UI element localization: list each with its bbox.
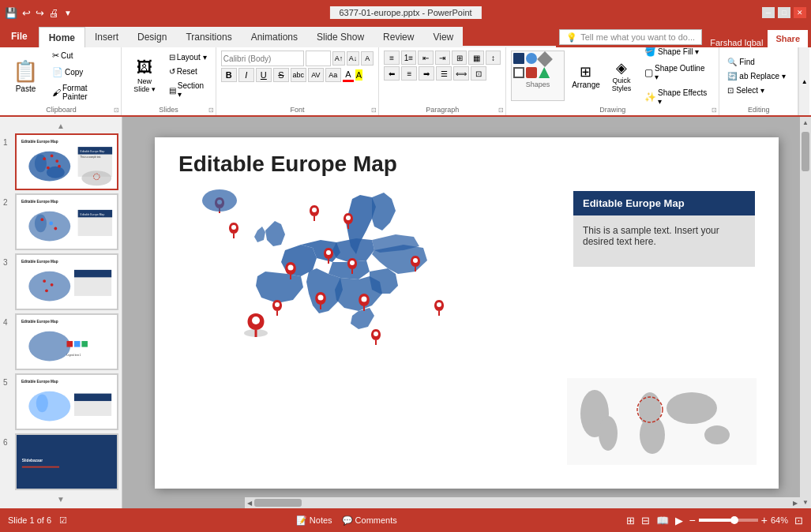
shape-effects-button[interactable]: ✨ Shape Effects ▾ [640,86,714,108]
columns-button[interactable]: ▦ [468,51,483,65]
increase-indent-button[interactable]: ⇥ [435,51,450,65]
slide-canvas[interactable]: Editable Europe Map [155,137,779,489]
font-color-button[interactable]: A [343,69,354,82]
scroll-left-button[interactable]: ◀ [245,497,254,509]
zoom-level-label: 64% [771,515,788,525]
paste-button[interactable]: 📋 Paste [6,51,45,101]
smart-art-button[interactable]: ⊞ [452,51,467,65]
format-painter-button[interactable]: 🖌Format Painter [48,81,116,103]
slides-scroll-down[interactable]: ▼ [3,495,118,504]
select-button[interactable]: ⊡ Select ▾ [724,84,793,96]
section-button[interactable]: ▤ Section ▾ [166,80,211,100]
paragraph-expand-icon[interactable]: ⊡ [498,107,504,114]
grow-font-button[interactable]: A↑ [332,51,345,66]
close-button[interactable]: ✕ [794,7,806,18]
clear-format-button[interactable]: A [361,51,374,66]
notes-button[interactable]: 📝 Notes [296,515,332,526]
slideshow-button[interactable]: ▶ [675,515,683,526]
bold-button[interactable]: B [221,68,237,82]
slides-scroll-up[interactable]: ▲ [3,122,118,130]
bullet-list-button[interactable]: ≡ [384,51,399,65]
char-spacing-button[interactable]: AV [308,68,324,82]
highlight-color-button[interactable]: A [355,69,362,81]
text-dir-button[interactable]: ⟺ [453,66,469,81]
tab-transitions[interactable]: Transitions [176,27,241,47]
zoom-thumb[interactable] [730,516,738,524]
shrink-font-button[interactable]: A↓ [347,51,359,66]
scroll-down-button[interactable]: ▼ [800,496,811,508]
shape-fill-button[interactable]: 🪣 Shape Fill ▾ [640,47,714,59]
layout-button[interactable]: ⊟ Layout ▾ [166,51,211,63]
slides-expand-icon[interactable]: ⊡ [208,107,214,114]
scroll-right-button[interactable]: ▶ [790,497,800,509]
scroll-thumb-horizontal[interactable] [254,499,302,507]
save-icon[interactable]: 💾 [5,7,17,19]
align-left-button[interactable]: ⬅ [384,66,400,81]
align-center-button[interactable]: ≡ [401,66,417,81]
text-align-button[interactable]: ⊡ [471,66,486,81]
slide-thumb-6[interactable]: 6 Slidebazaar [3,433,118,490]
drawing-group: Shapes ⊞ Arrange ◈ QuickStyles 🪣 Shape F… [506,47,719,115]
slide-thumb-1[interactable]: 1 Editable Europe Map [3,133,118,190]
minimize-button[interactable]: ─ [762,7,775,18]
numbered-list-button[interactable]: 1≡ [401,51,416,65]
arrange-button[interactable]: ⊞ Arrange [569,51,603,101]
normal-view-button[interactable]: ⊞ [626,515,635,526]
slide-thumb-2[interactable]: 2 Editable Europe Map Editable Europe Ma… [3,193,118,250]
shape-outline-button[interactable]: ▢ Shape Outline ▾ [640,62,714,84]
find-button[interactable]: 🔍 Find [724,56,793,68]
file-tab[interactable]: File [0,25,39,47]
scroll-up-button[interactable]: ▲ [800,117,811,129]
shapes-palette[interactable]: Shapes [511,51,565,101]
tab-animations[interactable]: Animations [242,27,307,47]
cut-button[interactable]: ✂Cut [48,48,116,63]
tab-review[interactable]: Review [374,27,423,47]
copy-button[interactable]: 📄Copy [48,65,116,80]
scroll-thumb-vertical[interactable] [802,132,809,171]
svg-point-54 [288,264,294,270]
drawing-expand-icon[interactable]: ⊡ [712,107,717,114]
justify-button[interactable]: ☰ [436,66,452,81]
slide-sorter-button[interactable]: ⊟ [641,515,650,526]
underline-button[interactable]: U [256,68,272,82]
change-case-button[interactable]: Aa [325,68,341,82]
tab-design[interactable]: Design [128,27,176,47]
reading-view-button[interactable]: 📖 [656,515,669,526]
line-spacing-button[interactable]: ↕ [486,51,501,65]
ribbon-collapse-button[interactable]: ▲ [798,47,809,115]
quick-styles-button[interactable]: ◈ QuickStyles [607,51,636,101]
zoom-in-button[interactable]: + [761,514,768,526]
tab-view[interactable]: View [423,27,463,47]
customize-icon[interactable]: ▼ [64,9,72,17]
zoom-track[interactable] [699,519,758,522]
align-right-button[interactable]: ➡ [419,66,434,81]
tell-me-box[interactable]: 💡 Tell me what you want to do... [559,29,702,45]
share-button[interactable]: Share [768,30,808,47]
undo-icon[interactable]: ↩ [22,7,31,19]
decrease-indent-button[interactable]: ⇤ [418,51,433,65]
print-icon[interactable]: 🖨 [49,7,59,19]
slide-thumb-4[interactable]: 4 Editable Europe Map Legend item 1 [3,313,118,370]
clipboard-expand-icon[interactable]: ⊡ [114,107,119,114]
canvas-area: Editable Europe Map [122,117,811,508]
redo-icon[interactable]: ↪ [36,7,44,19]
fit-slide-button[interactable]: ⊡ [794,515,803,526]
tab-insert[interactable]: Insert [85,27,128,47]
slide-thumb-3[interactable]: 3 Editable Europe Map [3,253,118,310]
maximize-button[interactable]: □ [778,7,790,18]
font-size-input[interactable] [306,51,331,66]
tab-slideshow[interactable]: Slide Show [307,27,374,47]
strikethrough-button[interactable]: S [273,68,289,82]
comments-button[interactable]: 💬 Comments [342,515,397,526]
reset-button[interactable]: ↺ Reset [166,66,211,77]
font-expand-icon[interactable]: ⊡ [371,107,377,114]
new-slide-button[interactable]: 🖼 NewSlide ▾ [126,51,163,101]
replace-button[interactable]: 🔄 ab Replace ▾ [724,70,793,82]
italic-button[interactable]: I [238,68,254,82]
tab-home[interactable]: Home [39,27,85,47]
accessibility-icon[interactable]: ☑ [59,515,67,526]
shadow-button[interactable]: abc [291,68,306,82]
zoom-out-button[interactable]: − [689,514,696,526]
slide-thumb-5[interactable]: 5 Editable Europe Map [3,373,118,430]
font-name-input[interactable] [221,51,304,66]
